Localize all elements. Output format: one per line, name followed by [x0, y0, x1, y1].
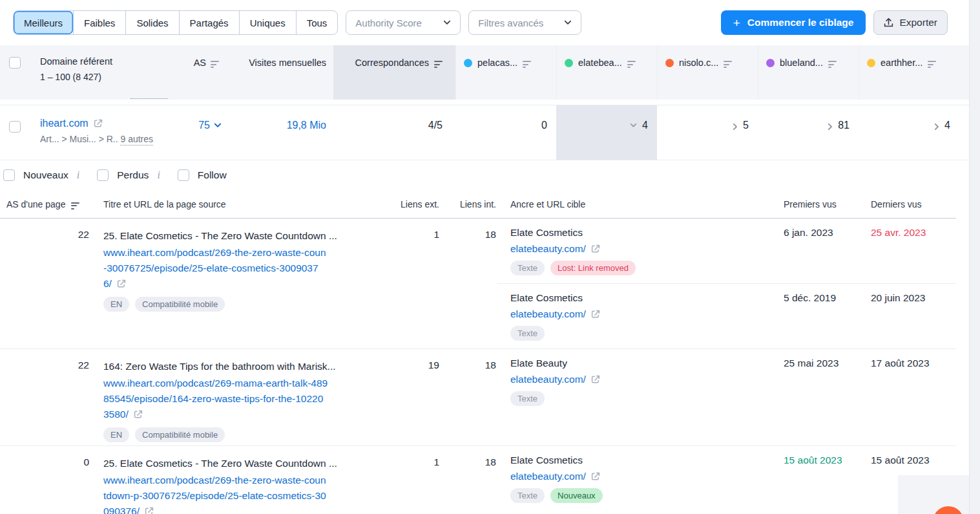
advanced-filters-dropdown[interactable]: Filtres avancés [468, 10, 581, 35]
start-targeting-label: Commencer le ciblage [747, 17, 854, 28]
source-url-line[interactable]: -30076725/episode/25-elate-cosmetics-300… [103, 261, 388, 276]
column-header-as[interactable]: AS [183, 45, 223, 100]
source-url-line[interactable]: www.iheart.com/podcast/269-mama-earth-ta… [103, 376, 388, 391]
sort-icon[interactable] [627, 58, 636, 68]
spacer [0, 100, 980, 105]
target-url-link[interactable]: elatebeauty.com/ [510, 469, 586, 483]
column-header-int-links: Liens int. [443, 199, 497, 209]
sort-icon[interactable] [211, 58, 219, 68]
source-url-line[interactable]: www.iheart.com/podcast/269-the-zero-wast… [103, 245, 388, 261]
source-url-line[interactable]: 85545/episode/164-zero-waste-tips-for-th… [103, 391, 388, 407]
link-type-badge: Texte [510, 391, 545, 406]
external-link-icon[interactable] [93, 118, 103, 129]
chevron-right-icon[interactable] [828, 123, 833, 131]
sort-icon[interactable] [928, 58, 936, 68]
competitor-label: nisolo.c... [679, 58, 718, 68]
external-link-icon[interactable] [590, 244, 601, 254]
competitor-dot [867, 59, 875, 67]
scrollbar[interactable] [969, 0, 980, 514]
source-url-line[interactable]: 3580/ [103, 407, 129, 422]
source-url-line[interactable]: tdown-p-30076725/episode/25-elate-cosmet… [103, 488, 388, 504]
domain-link[interactable]: iheart.com [40, 118, 89, 129]
first-seen-date: 15 août 2023 [775, 454, 862, 503]
chevron-right-icon[interactable] [934, 123, 939, 131]
toolbar: Meilleurs Faibles Solides Partagés Uniqu… [0, 0, 980, 45]
monthly-visits-cell[interactable]: 19,8 Mio [223, 105, 333, 160]
chevron-right-icon[interactable] [733, 123, 738, 131]
tab-uniques[interactable]: Uniques [239, 11, 296, 34]
domain-column-label: Domaine référent [40, 56, 183, 67]
select-all-checkbox[interactable] [9, 57, 21, 69]
sort-icon[interactable] [434, 58, 443, 68]
competitor-cell-earthhero[interactable]: 4 [859, 105, 959, 160]
tab-meilleurs[interactable]: Meilleurs [14, 11, 73, 34]
authority-score-cell[interactable]: 75 [183, 105, 223, 160]
chevron-down-icon [564, 20, 572, 25]
column-header-matches[interactable]: Correspondances [333, 45, 455, 100]
nouveaux-checkbox[interactable] [3, 169, 15, 181]
column-header-pelacas[interactable]: pelacas... [455, 45, 556, 100]
source-url-line[interactable]: 6/ [103, 276, 112, 292]
competitor-cell-pelacas: 0 [455, 105, 556, 160]
first-seen-date: 25 mai 2023 [775, 357, 862, 406]
external-link-icon[interactable] [590, 471, 601, 482]
first-seen-date: 6 jan. 2023 [775, 226, 862, 275]
chevron-down-icon[interactable] [630, 123, 637, 128]
breadcrumb-more-link[interactable]: 9 autres [120, 134, 153, 145]
column-header-nisolo[interactable]: nisolo.c... [657, 45, 758, 100]
anchor-entry: Elate Beauty elatebeauty.com/ Texte 25 m… [497, 349, 956, 414]
tab-faibles[interactable]: Faibles [73, 11, 125, 34]
page-as-value: 22 [0, 349, 90, 445]
authority-score-label: Authority Score [355, 17, 422, 28]
page-as-value: 22 [0, 219, 90, 348]
anchor-entries: Elate Cosmetics elatebeauty.com/ Texte L… [497, 219, 956, 348]
source-url-line[interactable]: www.iheart.com/podcast/269-the-zero-wast… [103, 473, 388, 488]
tab-tous[interactable]: Tous [296, 11, 338, 34]
filter-follow[interactable]: Follow [178, 169, 227, 181]
tab-partages[interactable]: Partagés [179, 11, 239, 34]
sort-icon[interactable] [724, 58, 732, 68]
competitor-cell-nisolo[interactable]: 5 [657, 105, 758, 160]
as-column-label: AS [194, 58, 206, 68]
perdus-checkbox[interactable] [97, 169, 109, 181]
backlink-row: 22 164: Zero Waste Tips for the bathroom… [0, 349, 956, 446]
column-header-visits[interactable]: Visites mensuelles [223, 45, 333, 100]
filter-nouveaux[interactable]: Nouveaux i [3, 169, 79, 181]
column-header-page-as[interactable]: AS d'une page [0, 199, 90, 209]
source-url-line[interactable]: 090376/ [103, 504, 140, 514]
sort-icon[interactable] [828, 58, 837, 68]
column-header-elatebeauty[interactable]: elatebea... [556, 45, 657, 100]
competitor-label: earthher... [881, 58, 923, 68]
last-seen-date: 17 août 2023 [862, 357, 956, 406]
authority-score-dropdown[interactable]: Authority Score [346, 10, 461, 35]
external-link-icon[interactable] [133, 409, 143, 420]
info-icon[interactable]: i [157, 169, 160, 181]
target-url-link[interactable]: elatebeauty.com/ [510, 372, 586, 386]
backlinks-table-header: AS d'une page Titre et URL de la page so… [0, 190, 956, 219]
target-url-link[interactable]: elatebeauty.com/ [510, 242, 586, 255]
column-header-ext-links: Liens ext. [388, 199, 443, 209]
export-button[interactable]: Exporter [873, 10, 948, 35]
column-header-blueland[interactable]: blueland... [758, 45, 859, 100]
competitor-cell-elatebeauty[interactable]: 4 [556, 105, 657, 160]
column-header-earthhero[interactable]: earthher... [859, 45, 959, 100]
external-link-icon[interactable] [590, 309, 601, 319]
sort-icon[interactable] [523, 58, 531, 68]
external-link-icon[interactable] [144, 506, 154, 514]
external-link-icon[interactable] [116, 279, 127, 289]
row-checkbox[interactable] [9, 121, 21, 133]
follow-checkbox[interactable] [178, 169, 189, 181]
pagination-range[interactable]: 1 – 100 (8 427) [40, 72, 183, 82]
tab-solides[interactable]: Solides [125, 11, 178, 34]
source-page-cell: 164: Zero Waste Tips for the bathroom wi… [90, 349, 388, 445]
start-targeting-button[interactable]: + Commencer le ciblage [721, 10, 866, 35]
info-icon[interactable]: i [77, 169, 79, 181]
sort-icon[interactable] [71, 199, 79, 209]
filter-perdus[interactable]: Perdus i [97, 169, 160, 181]
advanced-filters-label: Filtres avancés [478, 17, 543, 28]
target-url-link[interactable]: elatebeauty.com/ [510, 307, 586, 321]
chevron-down-icon[interactable] [214, 123, 222, 128]
competitor-cell-blueland[interactable]: 81 [758, 105, 859, 160]
anchor-text: Elate Cosmetics [510, 226, 775, 239]
external-link-icon[interactable] [590, 374, 601, 385]
